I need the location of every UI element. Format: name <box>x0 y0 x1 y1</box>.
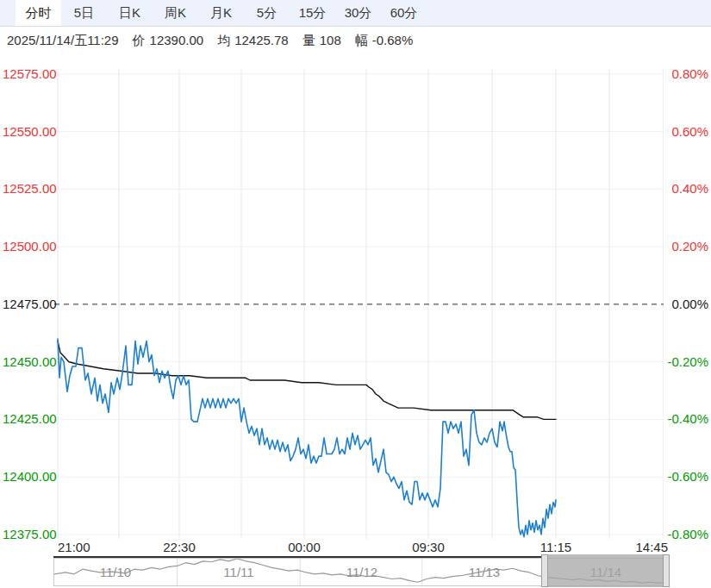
price-value: 12390.00 <box>150 33 204 47</box>
time-tick-22:30: 22:30 <box>163 540 196 554</box>
time-tick-11:15: 11:15 <box>540 540 571 554</box>
price-tick-12500: 12500.00 <box>3 239 57 254</box>
navigator-right-handle[interactable] <box>663 554 670 587</box>
quote-average: 均12425.78 <box>217 33 289 49</box>
time-tick-09:30: 09:30 <box>412 540 445 554</box>
percent-tick-12375: -0.80% <box>667 527 708 542</box>
price-tick-12375: 12375.00 <box>3 527 57 542</box>
minimap-day-11/10[interactable]: 11/10 <box>100 565 131 579</box>
chg-value: -0.68% <box>372 33 414 47</box>
tab-30分[interactable]: 30分 <box>335 0 381 26</box>
percent-tick-12450: -0.20% <box>667 354 708 370</box>
price-tick-12550: 12550.00 <box>3 124 57 140</box>
price-tick-12400: 12400.00 <box>3 469 57 485</box>
quote-volume: 量108 <box>302 33 341 49</box>
time-tick-21:00: 21:00 <box>58 540 90 554</box>
tab-日K[interactable]: 日K <box>107 0 153 26</box>
time-tick-14:45: 14:45 <box>635 540 668 554</box>
avg-label: 均 <box>217 33 230 47</box>
price-label: 价 <box>133 33 146 47</box>
percent-tick-12425: -0.40% <box>667 411 708 427</box>
price-tick-12475: 12475.00 <box>3 297 57 312</box>
tab-周K[interactable]: 周K <box>153 0 198 26</box>
tab-5日[interactable]: 5日 <box>61 0 107 26</box>
quote-infobar: 2025/11/14/五11:29 价12390.00 均12425.78 量1… <box>0 27 711 55</box>
vol-value: 108 <box>320 33 341 47</box>
intraday-chart-app: 分时5日日K周K月K5分15分30分60分 2025/11/14/五11:29 … <box>0 0 711 588</box>
tab-分时[interactable]: 分时 <box>16 0 61 26</box>
tab-60分[interactable]: 60分 <box>381 0 427 26</box>
tab-月K[interactable]: 月K <box>198 0 244 26</box>
avg-value: 12425.78 <box>234 33 289 47</box>
price-tick-12575: 12575.00 <box>3 66 57 82</box>
minimap-day-11/11[interactable]: 11/11 <box>223 565 253 579</box>
chg-label: 幅 <box>355 33 368 47</box>
navigator-left-handle[interactable] <box>541 554 548 587</box>
price-tick-12450: 12450.00 <box>3 354 57 370</box>
price-chart-plot[interactable] <box>54 69 664 539</box>
vol-label: 量 <box>302 33 315 47</box>
percent-tick-12575: 0.80% <box>671 66 708 82</box>
percent-tick-12525: 0.40% <box>671 181 708 197</box>
price-tick-12425: 12425.00 <box>3 411 57 427</box>
period-tabbar: 分时5日日K周K月K5分15分30分60分 <box>0 0 711 27</box>
percent-tick-12550: 0.60% <box>671 124 708 140</box>
percent-tick-12400: -0.60% <box>667 469 708 485</box>
percent-tick-12475: 0.00% <box>671 297 708 312</box>
minimap-day-11/12[interactable]: 11/12 <box>346 565 377 579</box>
navigator-selection[interactable] <box>541 554 670 587</box>
tab-15分[interactable]: 15分 <box>290 0 335 26</box>
time-tick-00:00: 00:00 <box>288 540 321 554</box>
tab-5分[interactable]: 5分 <box>244 0 290 26</box>
quote-datetime: 2025/11/14/五11:29 <box>7 33 119 49</box>
quote-price: 价12390.00 <box>133 33 204 49</box>
price-tick-12525: 12525.00 <box>3 181 57 197</box>
percent-tick-12500: 0.20% <box>671 239 708 254</box>
quote-change: 幅-0.68% <box>355 33 414 49</box>
minimap-day-11/13[interactable]: 11/13 <box>469 565 500 579</box>
